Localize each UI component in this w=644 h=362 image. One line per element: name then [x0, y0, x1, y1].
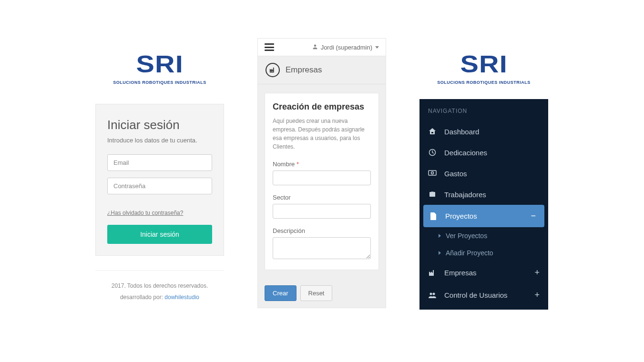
nav-item-dashboard[interactable]: Dashboard — [419, 121, 548, 142]
form-actions: Crear Reset — [258, 279, 386, 308]
navigation-panel: SRI SOLUCIONS ROBOTIQUES INDUSTRIALS NAV… — [419, 52, 548, 310]
descripcion-label: Descripción — [273, 227, 371, 234]
factory-icon — [266, 63, 280, 77]
nav-label: Gastos — [444, 170, 467, 178]
nav-item-control-usuarios[interactable]: Control de Usuarios + — [419, 284, 548, 310]
empresas-header: Empresas — [258, 56, 386, 84]
sidebar: NAVIGATION Dashboard Dedicaciones Gastos… — [419, 99, 548, 310]
form-description: Aquí puedes crear una nueva empresa. Des… — [273, 117, 371, 151]
nav-label: Control de Usuarios — [444, 291, 508, 299]
footer-dev-link[interactable]: dowhilestudio — [164, 294, 199, 301]
password-field[interactable] — [107, 178, 212, 194]
nav-logo-text: SRI — [460, 52, 507, 76]
empresas-title: Empresas — [286, 65, 322, 75]
caret-down-icon — [375, 46, 379, 49]
nav-label: Empresas — [444, 269, 477, 277]
form-title: Creación de empresas — [273, 102, 371, 112]
svg-rect-1 — [429, 171, 436, 175]
users-icon — [428, 291, 437, 300]
factory-icon — [428, 269, 437, 277]
footer-copyright: 2017. Todos los derechos reservados. — [95, 280, 224, 292]
nav-sub-label: Añadir Proyecto — [446, 249, 493, 257]
login-title: Iniciar sesión — [107, 118, 212, 132]
user-label: Jordi (superadmin) — [321, 44, 372, 51]
footer-dev-prefix: desarrollado por: — [120, 294, 164, 301]
nav-logo-block: SRI SOLUCIONS ROBOTIQUES INDUSTRIALS — [419, 52, 548, 85]
caret-right-icon — [439, 251, 441, 255]
required-asterisk: * — [296, 161, 299, 168]
briefcase-icon — [428, 190, 437, 199]
login-panel: SRI SOLUCIONS ROBOTIQUES INDUSTRIALS Ini… — [95, 52, 224, 303]
empresas-topbar: Jordi (superadmin) — [258, 39, 386, 56]
nav-logo-tagline: SOLUCIONS ROBOTIQUES INDUSTRIALS — [419, 80, 548, 85]
nav-sub-anadir-proyecto[interactable]: Añadir Proyecto — [419, 244, 548, 261]
nav-label: Dashboard — [444, 128, 479, 136]
login-button[interactable]: Iniciar sesión — [107, 225, 212, 244]
nav-label: Trabajadores — [444, 191, 486, 199]
nav-item-gastos[interactable]: Gastos — [419, 163, 548, 184]
nombre-field[interactable] — [273, 171, 371, 185]
crear-button[interactable]: Crear — [265, 285, 296, 301]
nav-item-dedicaciones[interactable]: Dedicaciones — [419, 142, 548, 163]
collapse-icon: − — [531, 211, 536, 221]
svg-point-2 — [431, 172, 434, 174]
nav-item-empresas[interactable]: Empresas + — [419, 261, 548, 284]
menu-icon[interactable] — [265, 43, 274, 51]
user-dropdown[interactable]: Jordi (superadmin) — [312, 44, 379, 51]
svg-point-4 — [433, 292, 435, 295]
clock-icon — [428, 148, 437, 157]
nav-heading: NAVIGATION — [419, 99, 548, 121]
nav-label: Proyectos — [445, 212, 477, 220]
sector-field[interactable] — [273, 204, 371, 219]
logo-block: SRI SOLUCIONS ROBOTIQUES INDUSTRIALS — [95, 52, 224, 85]
nombre-label: Nombre * — [273, 161, 371, 168]
login-card: Iniciar sesión Introduce los datos de tu… — [95, 104, 224, 256]
expand-icon: + — [534, 268, 540, 278]
nav-sub-ver-proyectos[interactable]: Ver Proyectos — [419, 227, 548, 244]
login-footer: 2017. Todos los derechos reservados. des… — [95, 270, 224, 303]
expand-icon: + — [534, 290, 540, 300]
logo-text: SRI — [136, 52, 183, 76]
sector-label: Sector — [273, 194, 371, 201]
empresas-panel: Jordi (superadmin) Empresas Creación de … — [257, 38, 386, 308]
user-icon — [312, 44, 318, 51]
home-icon — [428, 127, 437, 136]
email-field[interactable] — [107, 154, 212, 171]
money-icon — [428, 169, 437, 178]
nav-item-proyectos[interactable]: Proyectos − — [423, 205, 544, 227]
reset-button[interactable]: Reset — [300, 285, 333, 301]
nav-label: Dedicaciones — [444, 149, 487, 157]
logo-tagline: SOLUCIONS ROBOTIQUES INDUSTRIALS — [95, 80, 224, 85]
forgot-password-link[interactable]: ¿Has olvidado tu contraseña? — [107, 210, 212, 216]
nav-sub-label: Ver Proyectos — [446, 232, 487, 240]
svg-point-3 — [430, 292, 432, 295]
caret-right-icon — [439, 234, 441, 238]
empresas-form-card: Creación de empresas Aquí puedes crear u… — [265, 93, 379, 270]
nav-item-trabajadores[interactable]: Trabajadores — [419, 184, 548, 205]
descripcion-field[interactable] — [273, 237, 371, 259]
login-subtitle: Introduce los datos de tu cuenta. — [107, 136, 212, 145]
file-icon — [429, 212, 438, 221]
